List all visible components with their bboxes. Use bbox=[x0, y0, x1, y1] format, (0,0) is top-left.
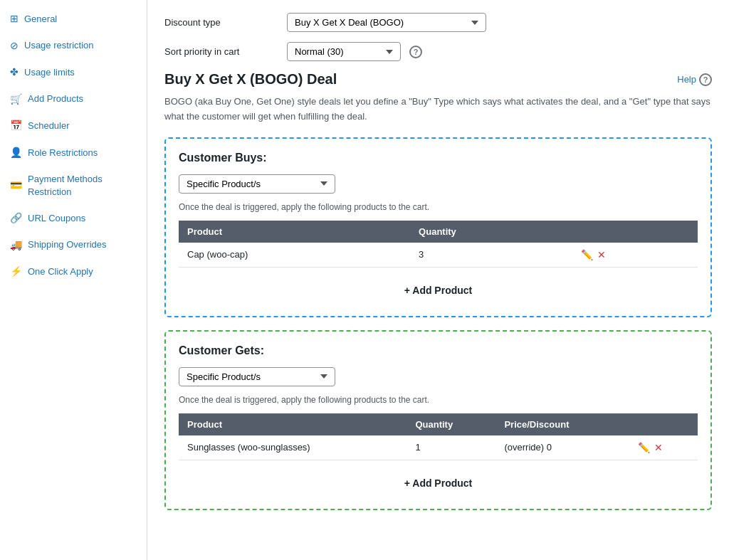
add-product-buys-button[interactable]: + Add Product bbox=[179, 278, 698, 303]
sidebar-item-one-click-apply[interactable]: ⚡ One Click Apply bbox=[0, 258, 147, 285]
buys-product-name: Cap (woo-cap) bbox=[179, 243, 410, 268]
sidebar-item-usage-restriction[interactable]: ⊘ Usage restriction bbox=[0, 33, 147, 60]
sidebar-item-scheduler[interactable]: 📅 Scheduler bbox=[0, 112, 147, 139]
customer-gets-table: Product Quantity Price/Discount Sunglass… bbox=[179, 413, 698, 460]
url-coupons-icon: 🔗 bbox=[10, 211, 22, 226]
sort-priority-label: Sort priority in cart bbox=[164, 46, 278, 57]
table-row: Cap (woo-cap) 3 ✏️ ✕ bbox=[179, 243, 698, 268]
sidebar: ⊞ General ⊘ Usage restriction ✤ Usage li… bbox=[0, 0, 147, 560]
one-click-apply-icon: ⚡ bbox=[10, 265, 22, 279]
add-products-icon: 🛒 bbox=[10, 93, 22, 107]
gets-product-price: (override) 0 bbox=[495, 435, 629, 460]
delete-icon[interactable]: ✕ bbox=[597, 249, 606, 260]
table-row: Sunglasses (woo-sunglasses) 1 (override)… bbox=[179, 435, 698, 460]
bogo-description: BOGO (aka Buy One, Get One) style deals … bbox=[164, 95, 712, 125]
role-restrictions-icon: 👤 bbox=[10, 146, 22, 160]
gets-row-actions: ✏️ ✕ bbox=[638, 442, 689, 453]
sidebar-label-one-click-apply: One Click Apply bbox=[28, 265, 93, 278]
sidebar-item-role-restrictions[interactable]: 👤 Role Restrictions bbox=[0, 139, 147, 167]
bogo-title: Buy X Get X (BOGO) Deal bbox=[164, 71, 337, 88]
usage-restriction-icon: ⊘ bbox=[10, 39, 19, 53]
discount-type-label: Discount type bbox=[164, 17, 278, 28]
discount-type-select[interactable]: Buy X Get X Deal (BOGO) Percentage Disco… bbox=[287, 13, 486, 32]
buys-col-actions bbox=[572, 221, 698, 243]
gets-product-name: Sunglasses (woo-sunglasses) bbox=[179, 435, 407, 460]
sidebar-label-usage-restriction: Usage restriction bbox=[24, 39, 94, 52]
buys-col-product: Product bbox=[179, 221, 410, 243]
customer-gets-type-select[interactable]: Specific Product/s Any Product Product C… bbox=[179, 367, 335, 386]
bogo-section-heading: Buy X Get X (BOGO) Deal Help ? bbox=[164, 71, 712, 88]
customer-buys-box: Customer Buys: Specific Product/s Any Pr… bbox=[164, 137, 712, 317]
edit-icon[interactable]: ✏️ bbox=[581, 249, 593, 260]
sidebar-item-shipping-overrides[interactable]: 🚚 Shipping Overrides bbox=[0, 232, 147, 259]
sidebar-label-payment-methods: Payment Methods Restriction bbox=[28, 173, 137, 199]
general-icon: ⊞ bbox=[10, 12, 19, 26]
gets-col-price: Price/Discount bbox=[495, 413, 629, 435]
help-label: Help bbox=[677, 74, 696, 85]
customer-gets-box: Customer Gets: Specific Product/s Any Pr… bbox=[164, 330, 712, 510]
sidebar-item-general[interactable]: ⊞ General bbox=[0, 6, 147, 33]
gets-col-product: Product bbox=[179, 413, 407, 435]
sidebar-label-usage-limits: Usage limits bbox=[24, 66, 75, 79]
sidebar-label-scheduler: Scheduler bbox=[28, 120, 70, 132]
sidebar-item-usage-limits[interactable]: ✤ Usage limits bbox=[0, 59, 147, 86]
sidebar-item-add-products[interactable]: 🛒 Add Products bbox=[0, 86, 147, 113]
help-icon[interactable]: ? bbox=[699, 73, 712, 86]
usage-limits-icon: ✤ bbox=[10, 65, 19, 80]
scheduler-icon: 📅 bbox=[10, 119, 22, 133]
customer-buys-type-select[interactable]: Specific Product/s Any Product Product C… bbox=[179, 174, 335, 194]
gets-product-qty: 1 bbox=[407, 435, 495, 460]
gets-col-quantity: Quantity bbox=[407, 413, 495, 435]
sidebar-item-url-coupons[interactable]: 🔗 URL Coupons bbox=[0, 205, 147, 232]
customer-buys-title: Customer Buys: bbox=[179, 152, 698, 164]
sidebar-item-payment-methods[interactable]: 💳 Payment Methods Restriction bbox=[0, 167, 147, 205]
sidebar-label-role-restrictions: Role Restrictions bbox=[28, 147, 98, 159]
sidebar-label-shipping-overrides: Shipping Overrides bbox=[28, 238, 107, 251]
sort-priority-select[interactable]: Normal (30) High (10) Low (50) bbox=[287, 42, 401, 61]
buys-row-actions: ✏️ ✕ bbox=[581, 249, 689, 260]
customer-gets-trigger-text: Once the deal is triggered, apply the fo… bbox=[179, 395, 698, 405]
customer-gets-title: Customer Gets: bbox=[179, 344, 698, 357]
customer-buys-trigger-text: Once the deal is triggered, apply the fo… bbox=[179, 202, 698, 212]
discount-type-row: Discount type Buy X Get X Deal (BOGO) Pe… bbox=[164, 13, 712, 32]
gets-col-actions bbox=[629, 413, 698, 435]
sort-help-icon[interactable]: ? bbox=[409, 46, 422, 58]
add-product-gets-button[interactable]: + Add Product bbox=[179, 470, 698, 496]
sidebar-label-add-products: Add Products bbox=[28, 93, 83, 105]
customer-buys-table: Product Quantity Cap (woo-cap) 3 ✏️ ✕ bbox=[179, 221, 698, 268]
buys-product-qty: 3 bbox=[410, 243, 572, 268]
main-content: Discount type Buy X Get X Deal (BOGO) Pe… bbox=[147, 0, 729, 560]
buys-col-quantity: Quantity bbox=[410, 221, 572, 243]
edit-icon[interactable]: ✏️ bbox=[638, 442, 650, 453]
sort-priority-row: Sort priority in cart Normal (30) High (… bbox=[164, 42, 712, 61]
help-link[interactable]: Help ? bbox=[677, 73, 712, 86]
payment-methods-icon: 💳 bbox=[10, 179, 22, 193]
sidebar-label-url-coupons: URL Coupons bbox=[28, 212, 85, 225]
shipping-overrides-icon: 🚚 bbox=[10, 238, 22, 253]
delete-icon[interactable]: ✕ bbox=[654, 442, 663, 453]
sidebar-label-general: General bbox=[24, 13, 57, 26]
